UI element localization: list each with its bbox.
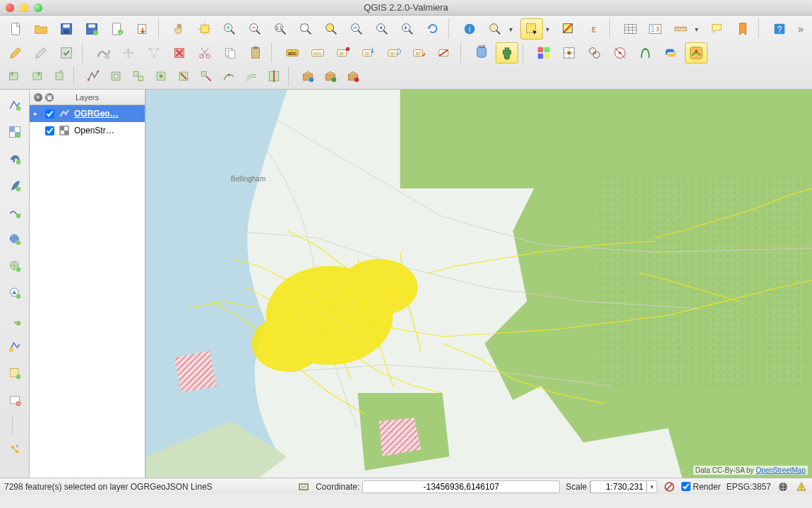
label-icon[interactable]: abc bbox=[281, 42, 304, 64]
select-icon[interactable] bbox=[484, 18, 506, 40]
scale-combo[interactable]: ▾ bbox=[590, 480, 657, 493]
add-wfs-layer-icon[interactable] bbox=[4, 282, 26, 304]
save-as-icon[interactable] bbox=[80, 18, 103, 40]
layers-panel-close-icon[interactable]: × bbox=[34, 93, 42, 102]
raster-calc-icon[interactable] bbox=[532, 42, 555, 64]
add-delimited-text-icon[interactable]: , bbox=[4, 308, 26, 331]
simplify-icon[interactable] bbox=[83, 66, 103, 86]
save-edits-icon[interactable] bbox=[55, 42, 78, 64]
cut-features-icon[interactable] bbox=[193, 42, 216, 64]
bookmark-icon[interactable] bbox=[732, 18, 754, 40]
dropdown-arrow-icon[interactable]: ▾ bbox=[695, 25, 703, 33]
messages-icon[interactable]: ! bbox=[795, 480, 808, 493]
georef-icon[interactable] bbox=[558, 42, 580, 64]
measure-icon[interactable] bbox=[669, 18, 692, 40]
remove-layer-icon[interactable] bbox=[4, 389, 26, 411]
fill-ring-icon[interactable] bbox=[151, 66, 171, 86]
minimize-window-button[interactable] bbox=[20, 4, 28, 12]
analysis-icon[interactable] bbox=[583, 42, 606, 64]
package3-icon[interactable] bbox=[343, 66, 363, 86]
add-part-icon[interactable] bbox=[129, 66, 148, 86]
layer-visibility-checkbox[interactable] bbox=[45, 109, 54, 119]
move-feature-icon[interactable] bbox=[117, 42, 140, 64]
expression-select-icon[interactable]: ε bbox=[583, 18, 605, 40]
refresh-icon[interactable] bbox=[422, 18, 444, 40]
grass-icon[interactable] bbox=[634, 42, 657, 64]
undo-icon[interactable] bbox=[4, 66, 24, 86]
new-vector-layer-icon[interactable] bbox=[4, 335, 26, 358]
toggle-edit-icon[interactable] bbox=[4, 42, 27, 64]
dropdown-arrow-icon[interactable]: ▾ bbox=[509, 25, 518, 33]
label-change-icon[interactable]: ab bbox=[408, 42, 431, 64]
map-tips-icon[interactable] bbox=[706, 18, 729, 40]
crs-display[interactable]: EPSG:3857 bbox=[727, 482, 771, 492]
split-features-icon[interactable] bbox=[264, 66, 284, 86]
attribution-link[interactable]: OpenStreetMap bbox=[756, 466, 806, 474]
package2-icon[interactable] bbox=[321, 66, 340, 86]
toolbar-overflow-icon[interactable]: » bbox=[794, 23, 808, 35]
crs-status-icon[interactable] bbox=[777, 480, 789, 493]
offset-curve-icon[interactable] bbox=[241, 66, 261, 86]
python-icon[interactable] bbox=[659, 42, 682, 64]
select-rect-icon[interactable] bbox=[520, 18, 543, 40]
label-settings-icon[interactable]: abc bbox=[306, 42, 329, 64]
add-spatialite-layer-icon[interactable] bbox=[4, 174, 26, 197]
stop-render-icon[interactable] bbox=[663, 480, 676, 493]
chevron-down-icon[interactable]: ▾ bbox=[647, 483, 657, 490]
add-wcs-layer-icon[interactable] bbox=[4, 255, 26, 277]
composer-manager-icon[interactable] bbox=[131, 18, 154, 40]
new-spatialite-icon[interactable] bbox=[4, 362, 26, 385]
layer-visibility-checkbox[interactable] bbox=[45, 126, 54, 135]
attribute-table-icon[interactable] bbox=[619, 18, 642, 40]
add-raster-layer-icon[interactable] bbox=[4, 121, 26, 143]
gps-icon[interactable] bbox=[609, 42, 631, 64]
zoom-selection-icon[interactable] bbox=[320, 18, 342, 40]
scale-field[interactable] bbox=[590, 480, 647, 493]
label-hide-icon[interactable] bbox=[434, 42, 456, 64]
help-icon[interactable]: ? bbox=[768, 18, 791, 40]
dropdown-arrow-icon[interactable]: ▾ bbox=[546, 25, 554, 33]
field-calc-icon[interactable] bbox=[644, 18, 667, 40]
new-print-composer-icon[interactable]: + bbox=[106, 18, 129, 40]
toggle-extents-icon[interactable] bbox=[297, 480, 310, 493]
reshape-icon[interactable] bbox=[219, 66, 239, 86]
delete-part-icon[interactable] bbox=[196, 66, 216, 86]
render-checkbox[interactable]: Render bbox=[681, 482, 720, 492]
close-window-button[interactable] bbox=[6, 4, 14, 12]
redo-icon[interactable] bbox=[27, 66, 47, 86]
add-feature-icon[interactable] bbox=[92, 42, 114, 64]
node-tool-icon[interactable] bbox=[143, 42, 165, 64]
pan-to-selection-icon[interactable] bbox=[193, 18, 216, 40]
add-mssql-layer-icon[interactable] bbox=[4, 201, 26, 224]
zoom-next-icon[interactable] bbox=[396, 18, 419, 40]
osm-icon[interactable] bbox=[685, 42, 707, 64]
zoom-full-icon[interactable] bbox=[294, 18, 317, 40]
coordinate-field[interactable] bbox=[362, 480, 560, 493]
layers-panel-undock-icon[interactable]: ▣ bbox=[45, 93, 54, 102]
label-rotate-icon[interactable]: ab bbox=[383, 42, 405, 64]
label-move-icon[interactable]: ab bbox=[357, 42, 380, 64]
new-project-icon[interactable] bbox=[4, 18, 27, 40]
db-manager-icon[interactable]: OGR bbox=[470, 42, 493, 64]
map-canvas[interactable]: ⋀ bbox=[145, 90, 812, 478]
zoom-layer-icon[interactable] bbox=[345, 18, 368, 40]
zoom-out-icon[interactable] bbox=[244, 18, 266, 40]
add-ring-icon[interactable] bbox=[106, 66, 126, 86]
save-project-icon[interactable] bbox=[55, 18, 78, 40]
pan-icon[interactable] bbox=[168, 18, 191, 40]
edit-icon[interactable] bbox=[30, 42, 52, 64]
open-project-icon[interactable] bbox=[30, 18, 52, 40]
zoom-window-button[interactable] bbox=[34, 4, 42, 12]
delete-ring-icon[interactable] bbox=[174, 66, 193, 86]
package-icon[interactable] bbox=[298, 66, 318, 86]
identify-icon[interactable]: i bbox=[458, 18, 481, 40]
zoom-native-icon[interactable]: 1:1 bbox=[269, 18, 292, 40]
paste-features-icon[interactable] bbox=[244, 42, 267, 64]
delete-selected-icon[interactable] bbox=[168, 42, 191, 64]
add-vector-layer-icon[interactable]: + bbox=[4, 94, 26, 116]
zoom-in-icon[interactable] bbox=[218, 18, 241, 40]
layer-row-ogrgeojson[interactable]: ▸ OGRGeo… bbox=[30, 105, 145, 122]
zoom-last-icon[interactable] bbox=[371, 18, 393, 40]
label-pin-icon[interactable]: ab bbox=[332, 42, 354, 64]
rotate-feature-icon[interactable] bbox=[49, 66, 69, 86]
